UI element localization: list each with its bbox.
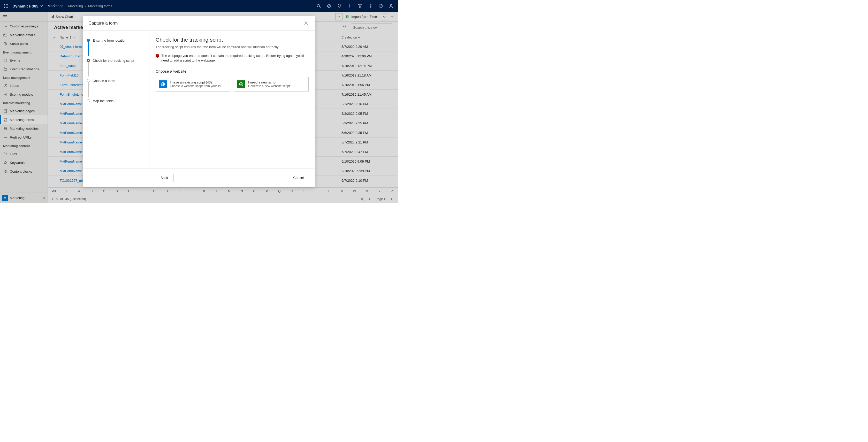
- wizard-step-4: Map the fields: [87, 97, 145, 104]
- step-dot-icon: [87, 99, 90, 102]
- website-option-card[interactable]: I need a new scriptGenerate a new websit…: [234, 77, 309, 92]
- panel-subtext: The tracking script ensures that the for…: [156, 45, 309, 49]
- close-icon[interactable]: [303, 20, 309, 26]
- step-dot-icon: [87, 79, 90, 82]
- step-dot-icon: [87, 59, 90, 62]
- dialog-title: Capture a form: [88, 21, 118, 26]
- globe-icon: [159, 81, 167, 88]
- error-message: ✕ The webpage you entered doesn't contai…: [156, 54, 309, 63]
- wizard-step-3: Choose a form: [87, 77, 145, 84]
- website-option-card[interactable]: I have an existing script (43)Choose a w…: [156, 77, 230, 92]
- wizard-steps: Enter the form locationCheck for the tra…: [83, 31, 149, 168]
- back-button[interactable]: Back: [155, 174, 174, 182]
- plus-icon: [237, 81, 245, 88]
- capture-form-dialog: Capture a form Enter the form locationCh…: [83, 16, 315, 187]
- cancel-button[interactable]: Cancel: [288, 174, 309, 182]
- step-dot-icon: [87, 39, 90, 42]
- wizard-step-2: Check for the tracking script: [87, 57, 145, 64]
- wizard-step-1: Enter the form location: [87, 37, 145, 44]
- choose-website-heading: Choose a website: [156, 69, 309, 73]
- panel-heading: Check for the tracking script: [156, 37, 309, 43]
- error-icon: ✕: [156, 54, 159, 58]
